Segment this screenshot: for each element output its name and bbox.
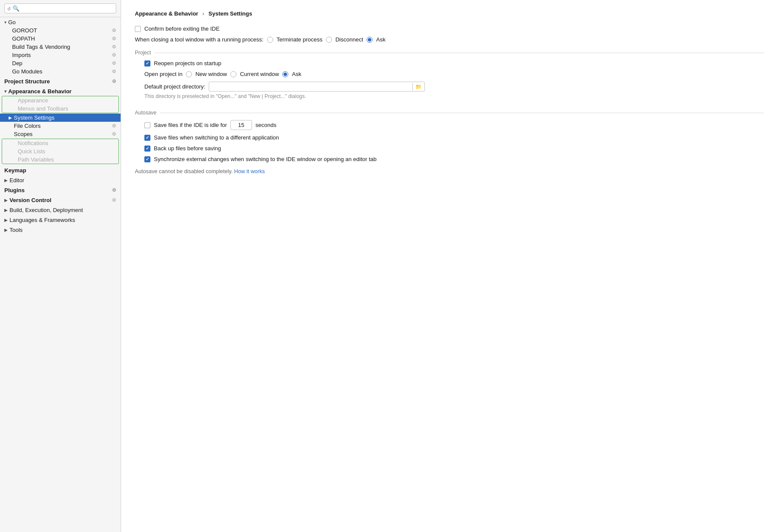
sidebar-item-label: Build Tags & Vendoring <box>12 44 70 50</box>
ask-label: Ask <box>376 36 386 43</box>
sidebar-item-file-colors[interactable]: File Colors ⚙ <box>0 122 121 130</box>
gear-icon: ⚙ <box>112 60 116 66</box>
sidebar-item-languages-frameworks[interactable]: ▶ Languages & Frameworks <box>0 216 121 224</box>
new-window-radio[interactable] <box>186 71 192 77</box>
tree-section-keymap: Keymap <box>0 165 121 175</box>
tree-section-tools: ▶ Tools <box>0 225 121 235</box>
sidebar-item-keymap[interactable]: Keymap <box>0 166 121 174</box>
breadcrumb: Appearance & Behavior › System Settings <box>135 10 764 17</box>
open-project-label: Open project in <box>144 71 182 77</box>
chevron-system-settings: ▶ <box>9 115 12 120</box>
autosave-note-text: Autosave cannot be disabled completely. <box>135 168 233 174</box>
gear-icon: ⚙ <box>112 123 116 129</box>
save-idle-seconds-input[interactable] <box>230 120 252 130</box>
gear-icon: ⚙ <box>112 187 116 193</box>
sidebar-item-goroot[interactable]: GOROOT ⚙ <box>0 26 121 35</box>
sidebar-item-tools[interactable]: ▶ Tools <box>0 226 121 234</box>
chevron-version-control: ▶ <box>4 198 8 203</box>
sidebar-item-label: Appearance <box>18 97 48 104</box>
sidebar-item-plugins[interactable]: Plugins ⚙ <box>0 186 121 194</box>
current-window-label: Current window <box>240 71 279 77</box>
sidebar-item-gopath[interactable]: GOPATH ⚙ <box>0 35 121 43</box>
green-group-bottom: Notifications Quick Lists Path Variables <box>2 139 119 164</box>
disconnect-radio[interactable] <box>326 37 332 43</box>
save-switch-label: Save files when switching to a different… <box>154 134 279 141</box>
sidebar-item-notifications[interactable]: Notifications <box>2 139 118 147</box>
sidebar-item-build-tags[interactable]: Build Tags & Vendoring ⚙ <box>0 43 121 51</box>
tree-section-editor: ▶ Editor <box>0 175 121 185</box>
search-input[interactable] <box>13 5 113 12</box>
disconnect-label: Disconnect <box>335 36 363 43</box>
autosave-section-label: Autosave <box>135 110 764 116</box>
current-window-radio[interactable] <box>230 71 236 77</box>
tree-section-appearance-behavior: ▾ Appearance & Behavior Appearance Menus… <box>0 86 121 165</box>
sidebar-item-label: Plugins <box>4 187 25 193</box>
chevron-editor: ▶ <box>4 178 8 183</box>
sidebar-item-quick-lists[interactable]: Quick Lists <box>2 147 118 155</box>
sidebar-item-label: Notifications <box>18 140 48 146</box>
sync-checkbox[interactable] <box>144 156 150 162</box>
tool-window-label: When closing a tool window with a runnin… <box>135 36 264 43</box>
save-idle-label: Save files if the IDE is idle for <box>154 122 227 128</box>
sidebar-item-project-structure[interactable]: Project Structure ⚙ <box>0 77 121 86</box>
search-icon: ☌ <box>7 6 11 12</box>
tree-section-languages: ▶ Languages & Frameworks <box>0 215 121 225</box>
backup-checkbox[interactable] <box>144 146 150 152</box>
sidebar-item-build-exec-deploy[interactable]: ▶ Build, Execution, Deployment <box>0 206 121 214</box>
ask-radio[interactable] <box>367 37 373 43</box>
reopen-checkbox[interactable] <box>144 60 150 66</box>
gear-icon: ⚙ <box>112 44 116 50</box>
chevron-appearance-behavior: ▾ <box>4 89 6 94</box>
confirm-exit-row: Confirm before exiting the IDE <box>135 25 764 32</box>
green-group-top: Appearance Menus and Toolbars <box>2 96 119 113</box>
sidebar-item-label: Path Variables <box>18 156 54 163</box>
sidebar-item-label: File Colors <box>14 123 41 129</box>
chevron-build: ▶ <box>4 208 8 212</box>
main-content: Appearance & Behavior › System Settings … <box>121 0 778 532</box>
sidebar-item-label: Dep <box>12 60 22 66</box>
open-project-row: Open project in New window Current windo… <box>144 71 764 77</box>
terminate-label: Terminate process <box>277 36 322 43</box>
sidebar-item-dep[interactable]: Dep ⚙ <box>0 59 121 67</box>
sidebar-item-scopes[interactable]: Scopes ⚙ <box>0 130 121 138</box>
sidebar-item-label: Go <box>8 19 16 25</box>
dir-browse-button[interactable]: 📁 <box>412 83 424 91</box>
save-idle-checkbox[interactable] <box>144 122 150 128</box>
sidebar-item-menus-toolbars[interactable]: Menus and Toolbars <box>2 104 118 113</box>
search-wrapper[interactable]: ☌ <box>4 3 116 13</box>
terminate-radio[interactable] <box>267 37 273 43</box>
how-it-works-link[interactable]: How it works <box>234 168 265 174</box>
save-idle-unit: seconds <box>255 122 276 128</box>
save-switch-checkbox[interactable] <box>144 135 150 141</box>
sidebar-item-editor[interactable]: ▶ Editor <box>0 176 121 184</box>
autosave-section: Autosave Save files if the IDE is idle f… <box>135 110 764 174</box>
default-dir-hint: This directory is preselected in "Open..… <box>144 93 764 99</box>
confirm-exit-checkbox[interactable] <box>135 26 141 32</box>
tree-section-go: ▾ Go GOROOT ⚙ GOPATH ⚙ Build Tags & Vend… <box>0 17 121 76</box>
sidebar-item-appearance-behavior[interactable]: ▾ Appearance & Behavior <box>0 87 121 95</box>
sidebar-item-path-variables[interactable]: Path Variables <box>2 155 118 164</box>
sidebar-item-version-control[interactable]: ▶ Version Control ⚙ <box>0 196 121 204</box>
sidebar-item-imports[interactable]: Imports ⚙ <box>0 51 121 59</box>
chevron-tools: ▶ <box>4 228 8 232</box>
default-dir-label: Default project directory: <box>144 83 205 90</box>
sidebar-item-label: Quick Lists <box>18 148 45 155</box>
tree-section-build: ▶ Build, Execution, Deployment <box>0 205 121 215</box>
tree-section-project: Project Structure ⚙ <box>0 76 121 86</box>
reopen-label: Reopen projects on startup <box>154 60 221 66</box>
sidebar-item-label: GOPATH <box>12 35 35 42</box>
project-section: Project Reopen projects on startup Open … <box>135 50 764 99</box>
sidebar-item-label: System Settings <box>14 114 54 121</box>
sidebar-item-system-settings[interactable]: ▶ System Settings <box>0 114 121 122</box>
breadcrumb-separator: › <box>202 10 206 17</box>
search-container: ☌ <box>0 0 121 17</box>
ask-project-radio[interactable] <box>282 71 288 77</box>
gear-icon: ⚙ <box>112 69 116 74</box>
backup-label: Back up files before saving <box>154 145 221 152</box>
sidebar-item-go[interactable]: ▾ Go <box>0 18 121 26</box>
sidebar-item-go-modules[interactable]: Go Modules ⚙ <box>0 67 121 76</box>
sidebar-item-appearance[interactable]: Appearance <box>2 96 118 104</box>
default-dir-input[interactable] <box>209 82 412 91</box>
sidebar-item-label: Editor <box>10 177 24 184</box>
gear-icon: ⚙ <box>112 28 116 33</box>
